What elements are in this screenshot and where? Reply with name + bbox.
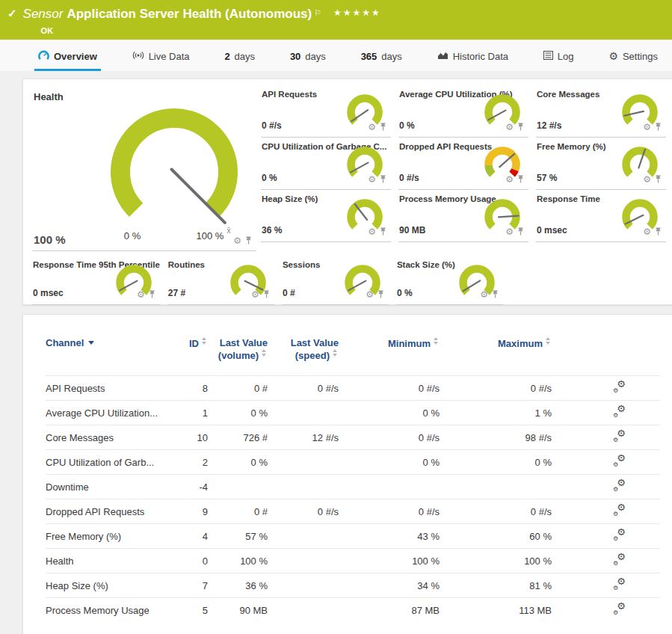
pin-icon[interactable] — [655, 173, 662, 186]
flag-icon[interactable]: ⚐ — [314, 8, 321, 17]
gauge-tile-cpu-utilization-of-garbage-c: CPU Utilization of Garbage C...0 %⚙ — [261, 138, 391, 190]
tab-live-data[interactable]: Live Data — [129, 44, 194, 71]
column-header-last-value-speed[interactable]: Last Value(speed) — [268, 334, 339, 376]
channel-id: 2 — [174, 450, 208, 475]
channel-settings-icon[interactable]: ⚙⚙ — [613, 554, 626, 566]
svg-text:x̄: x̄ — [226, 226, 231, 235]
gear-icon[interactable]: ⚙ — [643, 175, 651, 184]
gear-icon[interactable]: ⚙ — [368, 123, 376, 132]
gauge-value: 90 MB — [399, 225, 425, 236]
channel-row-core-messages[interactable]: Core Messages10726 #12 #/s0 #/s98 #/s⚙⚙ — [46, 425, 660, 450]
channel-row-process-memory-usage[interactable]: Process Memory Usage590 MB87 MB113 MB⚙⚙ — [46, 598, 660, 623]
pin-icon[interactable] — [263, 288, 270, 301]
gear-icon[interactable]: ⚙ — [643, 227, 651, 236]
tab-settings[interactable]: ⚙Settings — [605, 44, 662, 71]
minimum-value: 43 % — [339, 524, 440, 549]
tab-2-days[interactable]: 2days — [221, 44, 259, 71]
gear-icon[interactable]: ⚙ — [480, 290, 488, 299]
tab-label: Historic Data — [453, 51, 508, 62]
channel-row-free-memory[interactable]: Free Memory (%)457 %43 %60 %⚙⚙ — [46, 524, 660, 549]
tab-label: days — [381, 51, 401, 62]
channel-row-api-requests[interactable]: API Requests80 #0 #/s0 #/s0 #/s⚙⚙ — [46, 376, 660, 401]
channel-id: 5 — [174, 598, 208, 623]
gauge-value: 0 msec — [33, 288, 64, 298]
last-value-speed — [268, 598, 339, 623]
gauge-tile-heap-size: Heap Size (%)36 %⚙ — [261, 190, 391, 242]
gear-icon[interactable]: ⚙ — [368, 175, 376, 184]
channel-settings-icon[interactable]: ⚙⚙ — [613, 480, 626, 492]
last-value-volume: 0 % — [208, 401, 268, 425]
column-header-minimum[interactable]: Minimum — [339, 334, 440, 376]
sensor-title: Application Server Health (Autonomous) — [67, 7, 312, 21]
sort-arrows-icon — [434, 337, 440, 345]
channel-id: 9 — [174, 499, 208, 524]
column-header-last-value-volume[interactable]: Last Value(volume) — [208, 334, 268, 376]
historic-data-icon — [437, 51, 448, 62]
channel-settings-icon[interactable]: ⚙⚙ — [613, 455, 626, 467]
channel-row-downtime[interactable]: Downtime-4⚙⚙ — [46, 475, 660, 499]
gauge-grid: API Requests0 #/s⚙Average CPU Utilizatio… — [261, 85, 666, 242]
gauge-value: 100 % — [34, 233, 66, 246]
gauge-tile-process-memory-usage: Process Memory Usage90 MB⚙ — [398, 190, 528, 242]
pin-icon[interactable] — [377, 288, 384, 301]
gear-icon[interactable]: ⚙ — [137, 290, 145, 299]
gear-icon[interactable]: ⚙ — [366, 290, 374, 299]
channel-row-health[interactable]: Health0100 %100 %100 %⚙⚙ — [46, 549, 660, 573]
channel-settings-icon[interactable]: ⚙⚙ — [613, 505, 626, 517]
channel-settings-icon[interactable]: ⚙⚙ — [613, 529, 626, 541]
gear-icon[interactable]: ⚙ — [505, 175, 514, 184]
pin-icon[interactable] — [149, 288, 155, 301]
maximum-value: 1 % — [440, 401, 552, 425]
sensor-type-label: Sensor — [23, 7, 64, 21]
last-value-speed — [268, 524, 339, 549]
gauge-tile-sessions: Sessions0 #⚙ — [282, 256, 389, 305]
gear-icon[interactable]: ⚙ — [505, 227, 514, 236]
sensor-titles: SensorApplication Server Health (Autonom… — [23, 4, 381, 35]
column-header-channel[interactable]: Channel — [46, 334, 174, 376]
channel-settings-icon[interactable]: ⚙⚙ — [613, 579, 626, 591]
channel-row-dropped-api-requests[interactable]: Dropped API Requests90 #0 #/s0 #/s0 #/s⚙… — [46, 499, 660, 524]
channel-id: 7 — [174, 573, 208, 598]
channel-name: CPU Utilization of Garb... — [46, 450, 174, 475]
column-header-maximum[interactable]: Maximum — [440, 334, 552, 376]
channel-settings-icon[interactable]: ⚙⚙ — [613, 431, 626, 443]
gear-icon[interactable]: ⚙ — [368, 227, 376, 236]
pin-icon[interactable] — [517, 225, 524, 238]
maximum-value: 98 #/s — [440, 425, 552, 450]
channel-name: Process Memory Usage — [46, 598, 174, 623]
gear-icon[interactable]: ⚙ — [505, 123, 514, 132]
channel-settings-icon[interactable]: ⚙⚙ — [613, 381, 626, 393]
column-header-id[interactable]: ID — [174, 334, 208, 376]
pin-icon[interactable] — [655, 120, 662, 134]
pin-icon[interactable] — [380, 225, 386, 238]
channel-name: Dropped API Requests — [46, 499, 174, 524]
pin-icon[interactable] — [517, 120, 524, 134]
channel-row-heap-size[interactable]: Heap Size (%)736 %34 %81 %⚙⚙ — [46, 573, 660, 598]
gauge-bottom-row: Response Time 95th Percentile0 msec⚙Rout… — [32, 256, 503, 305]
channel-row-average-cpu-utilization[interactable]: Average CPU Utilization...10 %0 %1 %⚙⚙ — [46, 401, 660, 425]
channel-id: 0 — [174, 549, 208, 573]
gear-icon[interactable]: ⚙ — [233, 236, 241, 245]
pin-icon[interactable] — [655, 225, 662, 238]
gauge-tile-api-requests: API Requests0 #/s⚙ — [261, 85, 391, 138]
gear-icon[interactable]: ⚙ — [643, 123, 651, 132]
pin-icon[interactable] — [380, 173, 386, 186]
channels-table: ChannelIDLast Value(volume)Last Value(sp… — [46, 334, 660, 623]
tab-30-days[interactable]: 30days — [286, 44, 330, 71]
gear-icon[interactable]: ⚙ — [251, 290, 259, 299]
priority-stars[interactable]: ★★★★★ — [333, 7, 381, 18]
gauges-panel: Health x̄0 %100 % 100 % ⚙ API Requests0 … — [22, 79, 672, 305]
channel-row-cpu-utilization-of-garb[interactable]: CPU Utilization of Garb...20 %0 %0 %⚙⚙ — [46, 450, 660, 475]
tab-overview[interactable]: Overview — [34, 44, 101, 71]
pin-icon[interactable] — [492, 288, 499, 301]
pin-icon[interactable] — [517, 173, 524, 186]
last-value-speed — [268, 450, 339, 475]
pin-icon[interactable] — [380, 120, 386, 134]
tab-365-days[interactable]: 365days — [357, 44, 406, 71]
channel-settings-icon[interactable]: ⚙⚙ — [613, 406, 626, 418]
channel-id: 1 — [174, 401, 208, 425]
channel-settings-icon[interactable]: ⚙⚙ — [613, 603, 626, 615]
pin-icon[interactable] — [245, 234, 252, 247]
tab-log[interactable]: Log — [540, 44, 578, 71]
tab-historic-data[interactable]: Historic Data — [434, 44, 512, 71]
